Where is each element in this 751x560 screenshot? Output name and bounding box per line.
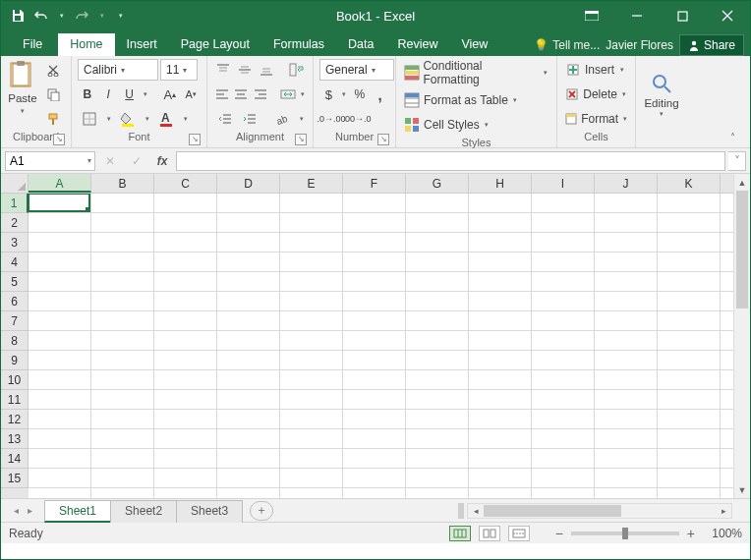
delete-cells-button[interactable]: Delete ▾: [563, 84, 629, 105]
align-center-icon[interactable]: [233, 84, 251, 105]
zoom-in-icon[interactable]: +: [687, 526, 695, 541]
tab-formulas[interactable]: Formulas: [261, 33, 336, 56]
zoom-out-icon[interactable]: −: [555, 526, 563, 541]
italic-button[interactable]: I: [98, 84, 117, 105]
align-left-icon[interactable]: [213, 84, 231, 105]
cells-area[interactable]: [29, 194, 750, 498]
tab-split-handle[interactable]: [458, 503, 464, 519]
row-header[interactable]: 6: [1, 292, 29, 311]
row-header[interactable]: 15: [1, 469, 29, 488]
find-select-icon[interactable]: [648, 70, 675, 97]
zoom-level[interactable]: 100%: [703, 527, 742, 540]
new-sheet-button[interactable]: ＋: [250, 501, 273, 521]
underline-button[interactable]: U: [120, 84, 139, 105]
cut-icon[interactable]: [41, 59, 65, 81]
horizontal-scrollbar[interactable]: ◂ ▸: [467, 503, 732, 519]
hscroll-thumb[interactable]: [484, 505, 621, 517]
font-color-dropdown-icon[interactable]: ▾: [180, 108, 191, 130]
format-cells-button[interactable]: Format ▾: [563, 108, 629, 130]
tab-insert[interactable]: Insert: [115, 33, 169, 56]
column-header[interactable]: A: [29, 174, 91, 193]
row-header[interactable]: 7: [1, 311, 29, 331]
tab-file[interactable]: File: [11, 33, 54, 56]
scroll-down-icon[interactable]: ▼: [734, 481, 750, 498]
row-header[interactable]: 4: [1, 252, 29, 272]
underline-dropdown-icon[interactable]: ▾: [141, 84, 149, 105]
increase-indent-icon[interactable]: [238, 108, 260, 130]
vscroll-thumb[interactable]: [736, 194, 748, 308]
column-header[interactable]: E: [280, 174, 343, 193]
font-color-icon[interactable]: A: [154, 108, 178, 130]
row-header[interactable]: 14: [1, 449, 29, 469]
format-painter-icon[interactable]: [41, 108, 65, 130]
vertical-scrollbar[interactable]: ▲ ▼: [733, 194, 750, 498]
tab-home[interactable]: Home: [58, 33, 114, 56]
bold-button[interactable]: B: [78, 84, 96, 105]
undo-icon[interactable]: [32, 7, 50, 25]
page-layout-view-icon[interactable]: [479, 526, 500, 541]
column-header[interactable]: K: [658, 174, 721, 193]
chevron-down-icon[interactable]: ▾: [87, 156, 91, 165]
column-header[interactable]: F: [343, 174, 406, 193]
paste-label[interactable]: Paste: [8, 92, 36, 104]
borders-icon[interactable]: [78, 108, 101, 130]
cell-styles-button[interactable]: Cell Styles ▾: [402, 114, 550, 136]
expand-formula-bar-icon[interactable]: ˅: [728, 151, 746, 171]
save-icon[interactable]: [9, 7, 27, 25]
comma-format-icon[interactable]: ,: [371, 84, 389, 105]
percent-format-icon[interactable]: %: [350, 84, 369, 105]
align-top-icon[interactable]: [213, 59, 233, 81]
scroll-right-icon[interactable]: ▸: [716, 506, 731, 516]
column-header[interactable]: J: [595, 174, 658, 193]
merge-center-icon[interactable]: [279, 84, 297, 105]
page-break-view-icon[interactable]: [508, 526, 530, 541]
sheet-tab[interactable]: Sheet1: [44, 500, 111, 523]
decrease-font-icon[interactable]: A▾: [182, 84, 201, 105]
formula-input[interactable]: [176, 151, 725, 171]
row-header[interactable]: 2: [1, 213, 29, 233]
row-header[interactable]: 3: [1, 233, 29, 252]
row-header[interactable]: 13: [1, 429, 29, 449]
column-header[interactable]: H: [469, 174, 532, 193]
maximize-icon[interactable]: [660, 1, 705, 30]
share-button[interactable]: Share: [679, 34, 744, 56]
zoom-slider-thumb[interactable]: [622, 528, 628, 539]
increase-decimal-icon[interactable]: .0→.00: [319, 108, 343, 130]
normal-view-icon[interactable]: [449, 526, 471, 541]
column-header[interactable]: I: [532, 174, 595, 193]
paste-dropdown-icon[interactable]: ▾: [18, 106, 29, 116]
align-middle-icon[interactable]: [235, 59, 255, 81]
column-header[interactable]: D: [217, 174, 280, 193]
selected-cell[interactable]: [28, 194, 90, 212]
clipboard-launcher-icon[interactable]: ↘: [53, 134, 65, 145]
sheet-nav-arrows[interactable]: ◂ ▸: [1, 505, 44, 516]
editing-label[interactable]: Editing: [644, 97, 678, 109]
wrap-text-icon[interactable]: [287, 59, 307, 81]
row-header[interactable]: 5: [1, 272, 29, 292]
redo-icon[interactable]: [73, 7, 90, 25]
tab-data[interactable]: Data: [336, 33, 385, 56]
font-size-combo[interactable]: 11▾: [160, 59, 198, 81]
undo-dropdown-icon[interactable]: ▾: [56, 5, 67, 27]
format-as-table-button[interactable]: Format as Table ▾: [402, 89, 550, 111]
align-right-icon[interactable]: [252, 84, 269, 105]
merge-dropdown-icon[interactable]: ▾: [299, 84, 307, 105]
column-header[interactable]: B: [91, 174, 154, 193]
row-header[interactable]: 10: [1, 370, 29, 390]
accounting-dropdown-icon[interactable]: ▾: [340, 84, 349, 105]
row-header[interactable]: 8: [1, 331, 29, 351]
align-bottom-icon[interactable]: [257, 59, 276, 81]
conditional-formatting-button[interactable]: Conditional Formatting ▾: [402, 59, 550, 86]
row-header[interactable]: 1: [1, 194, 29, 213]
collapse-ribbon-icon[interactable]: ˄: [730, 132, 744, 145]
tab-view[interactable]: View: [449, 33, 499, 56]
column-header[interactable]: G: [406, 174, 469, 193]
tab-review[interactable]: Review: [385, 33, 449, 56]
signed-in-user[interactable]: Javier Flores: [606, 38, 673, 52]
qat-customize-icon[interactable]: ▾: [113, 5, 129, 27]
font-name-combo[interactable]: Calibri▾: [78, 59, 158, 81]
tab-page-layout[interactable]: Page Layout: [169, 33, 261, 56]
sheet-nav-next-icon[interactable]: ▸: [23, 505, 36, 516]
sheet-nav-prev-icon[interactable]: ◂: [9, 505, 23, 516]
editing-dropdown-icon[interactable]: ▾: [657, 109, 667, 119]
